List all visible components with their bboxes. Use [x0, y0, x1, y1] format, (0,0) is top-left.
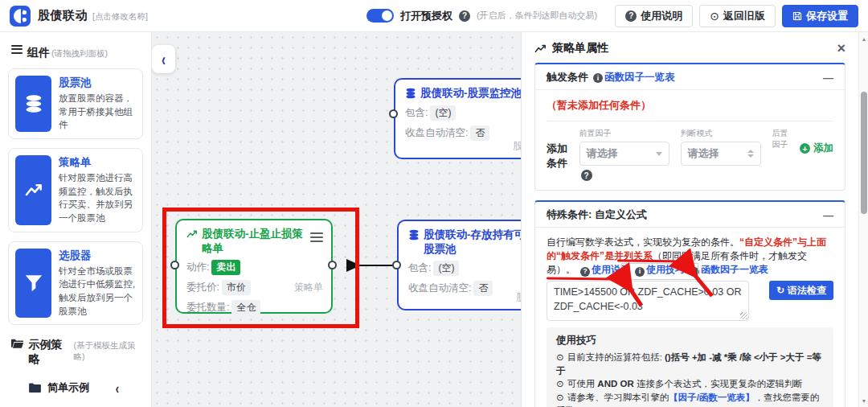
collapse-icon[interactable]: —	[823, 72, 833, 84]
component-card-stock-pool[interactable]: 股票池 放置股票的容器，常用于桥接其他组件	[8, 68, 143, 139]
order-price-value: 市价	[222, 280, 251, 295]
question-circle-icon: ?	[580, 267, 590, 277]
syntax-check-button[interactable]: ↻ 语法检查	[769, 281, 833, 300]
info-circle-icon: i	[690, 267, 699, 277]
sidebar-item-simple-examples[interactable]: 简单示例 ‹	[8, 375, 143, 401]
auto-clear-value: 否	[470, 125, 489, 141]
judge-mode-label: 判断模式	[681, 128, 761, 139]
preauth-toggle[interactable]	[366, 9, 394, 23]
rename-hint[interactable]: [点击修改名称]	[92, 11, 148, 23]
component-desc: 针对股票池进行高频监控，触发后执行买卖、并放到另一个股票池	[59, 171, 136, 225]
line-chart-icon	[534, 43, 547, 55]
panel-title: 策略单属性	[552, 41, 837, 56]
factor-list-link[interactable]: 【因子/函数一览表】	[669, 393, 755, 402]
funnel-icon	[15, 249, 51, 319]
tip-line: ⊙可使用 AND OR 连接多个表达式，实现更复杂的逻辑判断	[556, 377, 824, 391]
line-chart-icon	[186, 228, 198, 240]
vertical-scrollbar[interactable]: ▲ ▼	[858, 32, 868, 407]
folder-open-icon	[11, 339, 23, 349]
collapse-icon[interactable]: —	[823, 209, 833, 221]
question-circle-icon: ?	[625, 10, 637, 22]
sidebar-collapse-button[interactable]: ‹	[152, 45, 175, 73]
component-title: 选股器	[59, 249, 136, 263]
top-bar: 股债联动 [点击修改名称] 打开预授权 ? (开启后，条件到达即自动交易) ? …	[0, 0, 868, 32]
line-chart-icon	[15, 155, 51, 225]
app-window: 股债联动 [点击修改名称] 打开预授权 ? (开启后，条件到达即自动交易) ? …	[0, 0, 868, 407]
sort-arrows-icon	[747, 150, 754, 158]
resize-grip-icon[interactable]	[740, 312, 747, 319]
components-sidebar: 组件 (请拖拽到面板) 股票池 放置股票的容器，常用于桥接其他组件 策略单 针对…	[0, 32, 152, 407]
scroll-down-icon[interactable]: ▼	[859, 396, 868, 405]
card-title: 触发条件	[547, 70, 588, 84]
preauth-label: 打开预授权	[400, 9, 452, 23]
close-icon[interactable]: ×	[837, 41, 845, 56]
target-bullet-icon: ⊙	[556, 393, 564, 402]
contains-value: (空)	[433, 261, 459, 276]
connection-port[interactable]	[170, 261, 179, 269]
chevron-left-icon: ‹	[116, 380, 119, 397]
back-old-version-button[interactable]: ⊙ 返回旧版	[699, 5, 776, 27]
help-button[interactable]: ? 使用说明	[615, 5, 693, 27]
connection-port[interactable]	[392, 261, 401, 269]
preauth-hint: (开启后，条件到达即自动交易)	[477, 10, 597, 22]
target-icon: ⊙	[710, 10, 719, 23]
scroll-up-icon[interactable]: ▲	[859, 34, 868, 43]
examples-header: 示例策略 (基于模板生成策略)	[8, 338, 143, 367]
no-conditions-hint: （暂未添加任何条件）	[547, 98, 833, 113]
save-settings-button[interactable]: 保存设置	[782, 5, 858, 27]
target-bullet-icon: ⊙	[556, 379, 564, 388]
node-title: 股债联动-止盈止损策略单	[186, 227, 321, 255]
factor-list-link[interactable]: 函数因子一览表	[604, 71, 675, 84]
node-stop-profit-loss-strategy[interactable]: 股债联动-止盈止损策略单 动作:卖出 委托价:市价 委托数量:全仓 策略单	[175, 219, 333, 314]
chevron-left-icon: ‹	[162, 49, 166, 70]
database-icon	[408, 229, 420, 240]
add-condition-row: 添加条件 前置因子 请选择 ? 判断模式 请选择	[547, 128, 833, 171]
custom-formula-card: 特殊条件: 自定义公式 — 自行编写数学表达式，实现较为复杂的条件。“自定义条件…	[534, 200, 845, 407]
strategy-properties-panel: 策略单属性 × 触发条件 i 函数因子一览表 — （暂未添加任何条件） 添加条件…	[521, 32, 858, 407]
app-logo-icon	[10, 6, 31, 27]
connection-port[interactable]	[328, 261, 337, 269]
card-title: 特殊条件: 自定义公式	[547, 208, 647, 222]
usage-tips-box: 使用技巧 ⊙目前支持的运算符包括: ()括号 +加 -减 *乘 /除 <小于 >…	[547, 327, 833, 407]
connection-port[interactable]	[389, 109, 398, 118]
component-title: 策略单	[59, 155, 136, 170]
node-menu-icon[interactable]	[310, 230, 323, 245]
formula-description: 自行编写数学表达式，实现较为复杂的条件。“自定义条件”与上面的“触发条件”是并列…	[547, 236, 833, 277]
judge-mode-select[interactable]: 请选择	[681, 142, 761, 166]
pre-factor-select[interactable]: 请选择	[579, 142, 669, 166]
formula-textarea[interactable]: TIME>145500 OR ZDF_CACHE>0.03 OR ZDF_CAC…	[547, 281, 749, 321]
component-title: 股票池	[59, 76, 136, 90]
trigger-conditions-card: 触发条件 i 函数因子一览表 — （暂未添加任何条件） 添加条件 前置因子 请选…	[534, 63, 845, 191]
add-condition-button[interactable]: + 添加	[800, 142, 833, 155]
add-condition-label: 添加条件	[547, 142, 568, 171]
factor-list-link[interactable]: 函数因子一览表	[701, 264, 768, 275]
component-desc: 放置股票的容器，常用于桥接其他组件	[59, 92, 136, 132]
save-icon	[792, 11, 802, 21]
component-desc: 针对全市场或股票池进行中低频监控,触发后放到另一个股票池	[59, 265, 136, 319]
post-factor-label: 后置因子	[772, 128, 788, 150]
scrollbar-thumb[interactable]	[861, 92, 867, 214]
component-card-stock-picker[interactable]: 选股器 针对全市场或股票池进行中低频监控,触发后放到另一个股票池	[8, 241, 143, 326]
chevron-down-icon	[656, 152, 662, 156]
info-circle-icon: i	[635, 267, 645, 277]
pre-factor-label: 前置因子	[579, 128, 669, 139]
sidebar-item-advanced-examples[interactable]: 高级示例 ‹	[8, 401, 143, 407]
tips-title: 使用技巧	[556, 334, 824, 347]
usage-tips-link[interactable]: 使用技巧	[646, 264, 685, 275]
usage-help-link[interactable]: 使用说明	[592, 264, 630, 275]
refresh-icon: ↻	[776, 285, 784, 296]
tip-line: ⊙请参考、学习脚本引擎的【因子/函数一览表】，查找您需要的函数。	[556, 391, 824, 407]
component-card-strategy-order[interactable]: 策略单 针对股票池进行高频监控，触发后执行买卖、并放到另一个股票池	[8, 148, 143, 232]
database-icon	[15, 76, 51, 132]
components-header: 组件 (请拖拽到面板)	[8, 43, 143, 60]
contains-value: (空)	[430, 105, 456, 121]
target-bullet-icon: ⊙	[556, 352, 564, 362]
question-circle-icon[interactable]: ?	[459, 10, 470, 22]
database-icon	[405, 88, 416, 99]
question-circle-icon[interactable]: ?	[581, 170, 592, 181]
info-circle-icon: i	[593, 73, 603, 83]
tip-line: ⊙目前支持的运算符包括: ()括号 +加 -减 *乘 /除 <小于 >大于 =等…	[556, 351, 824, 377]
hamburger-icon	[11, 43, 23, 56]
folder-icon	[29, 383, 41, 393]
app-title: 股债联动	[38, 8, 88, 23]
